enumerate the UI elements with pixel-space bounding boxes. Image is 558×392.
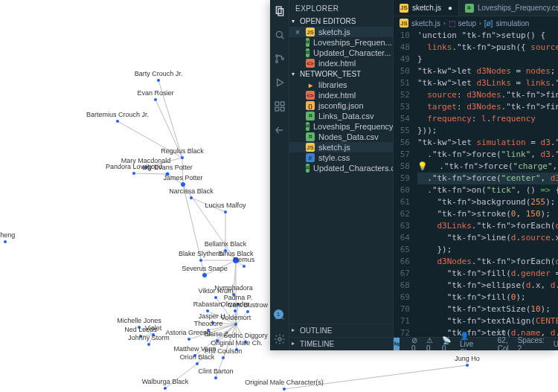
graph-node-label: Cent Bustrow bbox=[228, 301, 269, 309]
file-tree-item[interactable]: ⌗Nodes_Data.csv bbox=[289, 132, 393, 142]
graph-node[interactable] bbox=[246, 310, 249, 313]
explorer-icon[interactable] bbox=[273, 4, 286, 18]
file-tree-item[interactable]: #style.css bbox=[289, 152, 393, 163]
file-label: jsconfig.json bbox=[318, 101, 364, 110]
graph-node[interactable] bbox=[466, 364, 469, 367]
graph-node[interactable] bbox=[116, 120, 119, 123]
file-tree-item[interactable]: ⌗Loveships_Frequency.csv bbox=[289, 121, 393, 132]
graph-node-label: Orion Black bbox=[180, 353, 215, 361]
explorer-title: EXPLORER bbox=[289, 0, 393, 16]
code-content[interactable]: 'unction "tk-fn">setup() { links."tk-fn"… bbox=[414, 30, 558, 337]
extensions-icon[interactable] bbox=[273, 100, 286, 113]
graph-node-label: Regulus Black bbox=[161, 147, 204, 155]
svg-point-50 bbox=[278, 338, 281, 341]
graph-node-label: Cedric Diggory bbox=[223, 332, 268, 339]
graph-node[interactable] bbox=[224, 211, 227, 213]
timeline-section[interactable]: ▸TIMELINE bbox=[289, 337, 393, 350]
file-label: Updated_Characters.csv bbox=[313, 164, 393, 173]
graph-node[interactable] bbox=[154, 98, 157, 101]
csv-file-icon: ⌗ bbox=[306, 164, 310, 173]
graph-node[interactable] bbox=[181, 156, 184, 159]
file-tree-item[interactable]: <>index.html bbox=[289, 90, 393, 100]
graph-node-label: Narcissa Black bbox=[169, 187, 214, 195]
file-tree-item[interactable]: {}jsconfig.json bbox=[289, 100, 393, 111]
file-label: Updated_Character... bbox=[313, 48, 391, 57]
scm-icon[interactable] bbox=[273, 52, 286, 65]
file-tree-item[interactable]: ⌗Updated_Characters.csv bbox=[289, 163, 393, 173]
open-editor-item[interactable]: <>index.html bbox=[289, 58, 393, 68]
open-editor-item[interactable]: ⌗Updated_Character... bbox=[289, 48, 393, 58]
account-badge: 1 bbox=[274, 309, 283, 319]
graph-node-label: Original Male Character(s) bbox=[245, 379, 324, 386]
status-cursor[interactable]: Ln 62, Col 52 bbox=[498, 328, 509, 351]
gear-icon[interactable] bbox=[273, 332, 286, 346]
file-tree-item[interactable]: ⌗Links_Data.csv bbox=[289, 111, 393, 121]
graph-node[interactable] bbox=[157, 79, 160, 82]
remote-indicator-icon[interactable]: ⇋ bbox=[394, 338, 400, 351]
search-icon[interactable] bbox=[273, 28, 286, 42]
status-port[interactable]: 📡 0 bbox=[442, 336, 451, 351]
file-label: style.css bbox=[318, 153, 350, 162]
project-header[interactable]: ▾NETWORK_TEST bbox=[289, 68, 393, 80]
tab-bar: JSsketch.js●⌗Loveships_Frequency.csv⌗Upd… bbox=[394, 0, 558, 16]
liveshare-icon[interactable] bbox=[273, 123, 286, 137]
debug-icon[interactable] bbox=[273, 76, 286, 89]
svg-marker-44 bbox=[277, 79, 283, 86]
code-editor[interactable]: 1048495051525354555657585960616263646566… bbox=[394, 30, 558, 337]
file-tree-item[interactable]: ▸libraries bbox=[289, 80, 393, 90]
js-file-icon: JS bbox=[400, 19, 408, 28]
graph-node[interactable] bbox=[199, 259, 202, 262]
graph-node[interactable] bbox=[243, 265, 246, 268]
status-warnings[interactable]: ⚠ 0 bbox=[426, 336, 433, 351]
close-icon[interactable]: × bbox=[295, 28, 300, 36]
open-editor-item[interactable]: ×JSsketch.js bbox=[289, 27, 393, 37]
graph-node[interactable] bbox=[214, 296, 217, 299]
status-errors[interactable]: ⊘ 0 bbox=[411, 336, 417, 351]
status-liveshare[interactable]: 👤 Live Share bbox=[460, 332, 480, 350]
graph-node[interactable] bbox=[214, 376, 217, 379]
line-gutter: 1048495051525354555657585960616263646566… bbox=[394, 30, 414, 337]
graph-node[interactable] bbox=[234, 323, 237, 326]
file-label: Loveships_Frequen... bbox=[313, 38, 392, 47]
graph-node[interactable] bbox=[181, 182, 185, 187]
graph-node-label: Severus Snape bbox=[182, 265, 228, 272]
graph-node[interactable] bbox=[202, 273, 207, 277]
svg-point-42 bbox=[275, 61, 278, 63]
explorer-sidebar: EXPLORER ▾OPEN EDITORS ×JSsketch.js⌗Love… bbox=[289, 0, 394, 350]
graph-node[interactable] bbox=[164, 387, 167, 390]
tab-dirty-icon: ● bbox=[448, 4, 452, 12]
graph-node[interactable] bbox=[187, 338, 190, 341]
status-spaces[interactable]: Spaces: 2 bbox=[518, 336, 545, 351]
graph-node-label: Evan Rosier bbox=[137, 89, 173, 97]
status-encoding[interactable]: UT bbox=[554, 340, 558, 348]
graph-node[interactable] bbox=[283, 388, 286, 391]
file-tree-item[interactable]: JSsketch.js bbox=[289, 142, 393, 152]
graph-node[interactable] bbox=[234, 309, 237, 312]
graph-node-label: Lucius Malfoy bbox=[205, 202, 246, 209]
editor-tab[interactable]: ⌗Loveships_Frequency.csv bbox=[459, 0, 558, 16]
activity-bar: 1 bbox=[270, 0, 289, 350]
outline-section[interactable]: ▸OUTLINE bbox=[289, 324, 393, 337]
js-file-icon: JS bbox=[306, 143, 315, 152]
graph-node[interactable] bbox=[222, 356, 225, 359]
csv-file-icon: ⌗ bbox=[306, 122, 310, 131]
svg-rect-45 bbox=[275, 102, 279, 106]
csv-file-icon: ⌗ bbox=[306, 48, 310, 57]
graph-node[interactable] bbox=[4, 240, 7, 243]
css-file-icon: # bbox=[306, 153, 315, 162]
graph-node-label: Ned Leeds bbox=[124, 326, 157, 333]
graph-node[interactable] bbox=[132, 172, 135, 175]
chevron-right-icon: › bbox=[443, 20, 446, 27]
open-editor-item[interactable]: ⌗Loveships_Frequen... bbox=[289, 37, 393, 48]
editor-tab[interactable]: JSsketch.js● bbox=[394, 0, 459, 16]
breadcrumb[interactable]: JS sketch.js › ⬚ setup › [ø] simulation bbox=[394, 16, 558, 30]
graph-node-label: Cheng bbox=[0, 231, 15, 239]
graph-node[interactable] bbox=[190, 196, 193, 199]
status-bar: ⇋ ⊘ 0 ⚠ 0 📡 0 👤 Live Share Ln 62, Col 52… bbox=[394, 337, 558, 350]
graph-node[interactable] bbox=[147, 343, 150, 346]
svg-point-41 bbox=[275, 55, 278, 57]
file-label: sketch.js bbox=[318, 143, 350, 152]
graph-node-label: Theodore bbox=[194, 320, 223, 327]
open-editors-header[interactable]: ▾OPEN EDITORS bbox=[289, 16, 393, 27]
graph-node[interactable] bbox=[196, 362, 199, 365]
